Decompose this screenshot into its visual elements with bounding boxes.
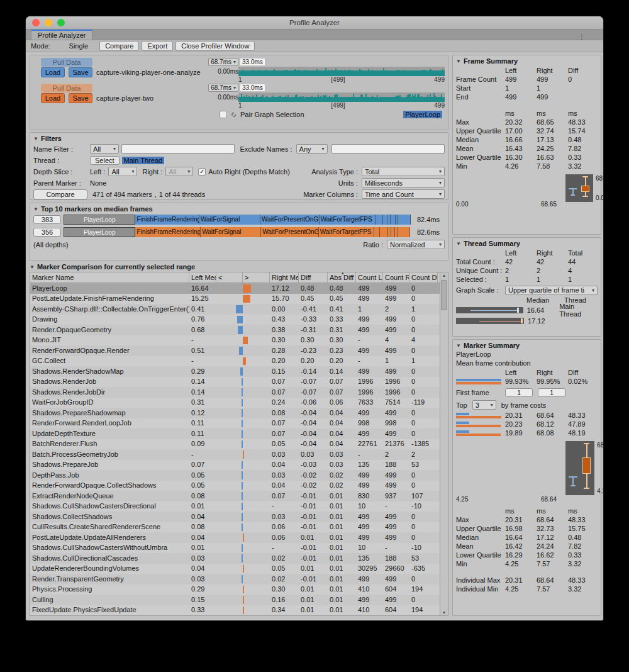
table-row[interactable]: Physics.Processing0.290.300.010.01410604… xyxy=(30,585,440,595)
frame-time-graph-left[interactable] xyxy=(238,67,445,76)
table-row[interactable]: Render.TransparentGeometry0.030.02-0.010… xyxy=(30,574,440,585)
marker-segment[interactable]: FinishFrameRendering xyxy=(135,215,199,225)
frame-time-boxplot[interactable]: 68.65 0.00 xyxy=(565,174,593,202)
marker-segment[interactable] xyxy=(391,215,396,225)
name-filter-input[interactable] xyxy=(121,144,235,154)
table-row[interactable]: Shadows.CollectShadows0.040.03-0.010.014… xyxy=(30,512,440,522)
auto-right-checkbox[interactable]: ✓ xyxy=(198,168,206,176)
table-row[interactable]: DepthPass.Job0.050.03-0.020.024994990 xyxy=(30,470,440,481)
table-row[interactable]: UpdateRendererBoundingVolumes0.040.050.0… xyxy=(30,564,440,574)
marker-segment[interactable]: WaitForSignal xyxy=(199,215,260,225)
foldout-icon[interactable]: ▼ xyxy=(30,264,35,270)
table-row[interactable]: RenderForwardOpaque.CollectShadows0.050.… xyxy=(30,481,440,491)
foldout-icon[interactable]: ▼ xyxy=(33,206,38,212)
compare-button[interactable]: Compare xyxy=(33,189,87,199)
table-row[interactable]: Shadows.CullShadowCastersDirectional0.01… xyxy=(30,501,440,512)
marker-segment[interactable] xyxy=(376,215,383,225)
table-row[interactable]: GC.Collect-0.200.200.20-11 xyxy=(30,356,440,367)
column-header-right-median[interactable]: Right Median xyxy=(270,272,299,283)
window-titlebar[interactable]: Profile Analyzer xyxy=(26,16,603,30)
table-row[interactable]: PostLateUpdate.UpdateAllRenderers0.040.0… xyxy=(30,532,440,543)
first-frame-left-button[interactable]: 1 xyxy=(505,388,533,397)
scroll-down-icon[interactable]: ▼ xyxy=(440,610,448,615)
close-profiler-window-button[interactable]: Close Profiler Window xyxy=(175,41,255,51)
marker-columns-dropdown[interactable]: Time and Count▾ xyxy=(362,189,445,199)
thread-range-bar[interactable] xyxy=(456,307,523,313)
table-row[interactable]: WaitForJobGroupID0.310.24-0.060.06763375… xyxy=(30,398,440,408)
column-header-abs-diff[interactable]: Abs Diff▴ xyxy=(328,272,356,283)
ratio-dropdown[interactable]: Normalized▾ xyxy=(387,240,445,249)
scroll-up-icon[interactable]: ▲ xyxy=(440,273,448,277)
top10-marker-bar[interactable]: PlayerLoopFinishFrameRenderingWaitForSig… xyxy=(64,215,415,225)
frame-time-graph-right[interactable] xyxy=(238,92,445,102)
depth-left-dropdown[interactable]: All▾ xyxy=(108,167,137,176)
name-filter-mode-dropdown[interactable]: All▾ xyxy=(90,144,119,154)
foldout-icon[interactable]: ▼ xyxy=(456,241,461,247)
foldout-icon[interactable]: ▼ xyxy=(456,59,461,64)
table-row[interactable]: PlayerLoop16.6417.120.480.484994990 xyxy=(30,283,440,294)
table-row[interactable]: ExtractRenderNodeQueue0.080.07-0.010.018… xyxy=(30,491,440,501)
marker-segment[interactable] xyxy=(383,215,387,225)
graph-scale-dropdown[interactable]: Upper quartile of frame ti▾ xyxy=(505,286,598,295)
pull-data-right-button[interactable]: Pull Data xyxy=(41,84,92,92)
table-row[interactable]: FixedUpdate.PhysicsFixedUpdate0.330.340.… xyxy=(30,605,440,616)
table-row[interactable]: Shadows.RenderJobDir0.140.07-0.070.07199… xyxy=(30,387,440,398)
save-right-button[interactable]: Save xyxy=(69,93,92,103)
table-row[interactable]: Mono.JIT-0.300.300.30-44 xyxy=(30,335,440,346)
table-row[interactable]: RenderForwardOpaque.Render0.510.28-0.230… xyxy=(30,345,440,356)
table-row[interactable]: RenderForward.RenderLoopJob0.110.07-0.04… xyxy=(30,418,440,429)
marker-segment[interactable]: WaitForSignal xyxy=(201,227,261,237)
marker-segment[interactable]: FinishFrameRendering xyxy=(135,227,201,237)
marker-segment[interactable] xyxy=(380,227,388,237)
top10-marker-bar[interactable]: PlayerLoopFinishFrameRenderingWaitForSig… xyxy=(64,227,415,237)
range-dropdown-left[interactable]: 68.7ms▾ xyxy=(208,58,238,66)
table-row[interactable]: Render.OpaqueGeometry0.680.38-0.310.3149… xyxy=(30,325,440,335)
exclude-mode-dropdown[interactable]: Any▾ xyxy=(296,144,328,154)
export-button[interactable]: Export xyxy=(142,41,173,51)
table-row[interactable]: Shadows.CullDirectionalCascades0.030.02-… xyxy=(30,553,440,564)
frame-index-button[interactable]: 356 xyxy=(33,228,61,237)
marker-segment[interactable]: PlayerLoop xyxy=(64,227,135,237)
mode-single-button[interactable]: Single xyxy=(60,42,97,50)
foldout-icon[interactable]: ▼ xyxy=(456,343,461,349)
thread-range-bar[interactable] xyxy=(456,318,524,324)
marker-segment[interactable]: WaitForPresentOnGfxThread xyxy=(261,227,319,237)
column-header-diff[interactable]: Diff xyxy=(299,272,328,283)
vertical-scrollbar[interactable]: ▲ ▼ xyxy=(440,272,448,615)
kebab-menu-icon[interactable]: ⋮ xyxy=(578,36,586,38)
frame-index-button[interactable]: 383 xyxy=(33,215,61,224)
table-row[interactable]: Drawing0.760.43-0.330.334994990 xyxy=(30,315,440,325)
table-row[interactable]: BatchRenderer.Flush0.090.05-0.040.042276… xyxy=(30,439,440,450)
marker-segment[interactable]: WaitForTargetFPS xyxy=(320,215,376,225)
table-row[interactable]: Shadows.CullShadowCastersWithoutUmbra0.0… xyxy=(30,543,440,554)
tab-profile-analyzer[interactable]: Profile Analyzer xyxy=(31,30,92,40)
marker-time-histogram[interactable] xyxy=(456,456,557,496)
column-header--[interactable]: > xyxy=(243,272,270,283)
exclude-names-input[interactable] xyxy=(331,144,445,154)
load-right-button[interactable]: Load xyxy=(41,93,65,103)
marker-segment[interactable] xyxy=(374,227,380,237)
save-left-button[interactable]: Save xyxy=(69,67,92,77)
selected-marker-label[interactable]: PlayerLoop xyxy=(403,111,442,118)
marker-segment[interactable]: PlayerLoop xyxy=(64,215,135,225)
thread-select-button[interactable]: Select xyxy=(90,156,120,165)
load-left-button[interactable]: Load xyxy=(41,67,65,77)
table-row[interactable]: CullResults.CreateSharedRendererScene0.0… xyxy=(30,522,440,533)
analysis-type-dropdown[interactable]: Total▾ xyxy=(362,167,445,176)
marker-time-boxplot[interactable]: 68.64 4.25 xyxy=(565,441,594,495)
column-header-marker-name[interactable]: Marker Name xyxy=(30,272,189,283)
table-row[interactable]: UpdateDepthTexture0.110.07-0.040.0449949… xyxy=(30,428,440,439)
table-row[interactable]: Culling0.150.160.010.014994990 xyxy=(30,595,440,605)
table-row[interactable]: Batch.ProcessGeometryJob-0.030.030.03-22 xyxy=(30,449,440,460)
table-row[interactable]: Shadows.RenderShadowMap0.290.15-0.140.14… xyxy=(30,366,440,377)
table-row[interactable]: Assembly-CSharp.dll!::Collectable.OnTrig… xyxy=(30,304,440,315)
column-header-left-median[interactable]: Left Median xyxy=(189,272,216,283)
table-row[interactable]: Shadows.PrepareShadowmap0.120.08-0.040.0… xyxy=(30,408,440,418)
mode-compare-button[interactable]: Compare xyxy=(99,41,139,51)
marker-segment[interactable] xyxy=(398,215,411,225)
marker-segment[interactable] xyxy=(398,227,411,237)
units-dropdown[interactable]: Milliseconds▾ xyxy=(362,178,445,188)
pull-data-left-button[interactable]: Pull Data xyxy=(41,58,92,67)
range-dropdown-right[interactable]: 68.7ms▾ xyxy=(208,84,238,92)
table-row[interactable]: Shadows.RenderJob0.140.07-0.070.07199619… xyxy=(30,377,440,388)
